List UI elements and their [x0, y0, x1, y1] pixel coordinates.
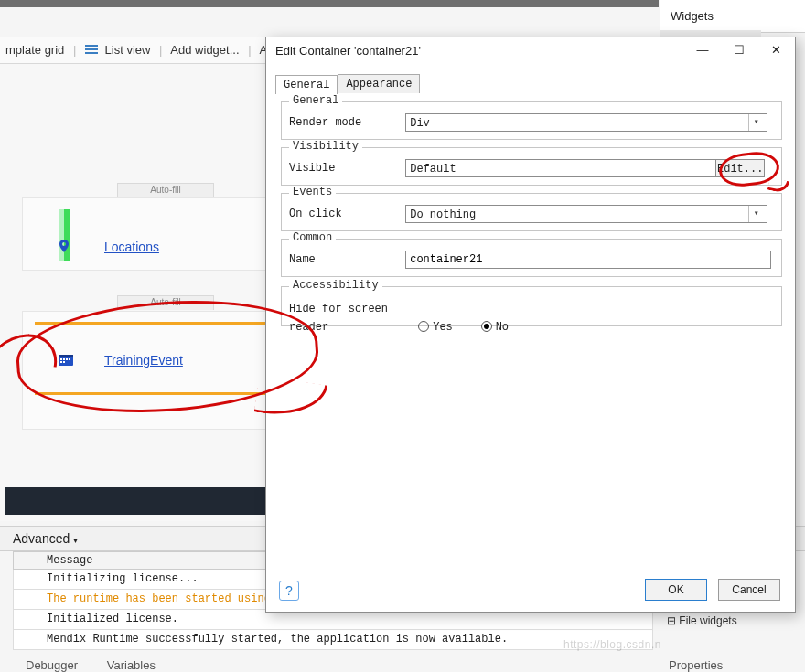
group-common: Common Name [281, 239, 782, 277]
tab-widgets[interactable]: Widgets [660, 0, 724, 30]
chevron-down-icon: ▾ [748, 206, 763, 222]
onclick-select[interactable]: Do nothing▾ [405, 205, 767, 223]
card-accent-inner [64, 209, 70, 261]
svg-rect-3 [66, 358, 68, 360]
group-general: General Render mode Div▾ [281, 101, 782, 140]
toolbar-sep: | [159, 43, 162, 57]
side-bottom-tabs: Properties Toolbox [669, 658, 805, 672]
svg-rect-4 [69, 358, 70, 360]
visible-field[interactable]: Default [405, 159, 716, 177]
hide-no-radio[interactable] [481, 321, 492, 332]
cancel-button[interactable]: Cancel [718, 579, 780, 601]
tab-properties[interactable]: Properties [669, 658, 723, 672]
group-legend: General [289, 94, 342, 107]
onclick-label: On click [289, 205, 399, 223]
render-mode-value: Div [410, 117, 430, 130]
locations-link[interactable]: Locations [104, 240, 159, 254]
group-legend: Common [289, 231, 336, 244]
group-accessibility: Accessibility Hide for screen reader Yes… [281, 286, 782, 326]
visible-label: Visible [289, 159, 399, 177]
watermark-text: https://blog.csdn.n [564, 638, 661, 651]
calendar-icon [59, 353, 73, 366]
edit-container-dialog: Edit Container 'container21' — ☐ ✕ Gener… [265, 37, 796, 613]
dialog-help-button[interactable]: ? [279, 581, 299, 601]
group-legend: Events [289, 186, 336, 198]
message-row[interactable]: Initialized license. [13, 610, 653, 630]
toolbar-list-view[interactable]: List view [105, 43, 151, 57]
ok-button[interactable]: OK [645, 579, 707, 601]
autofill-tab: Auto-fill [117, 295, 214, 310]
name-label: Name [289, 251, 399, 269]
list-view-icon [85, 45, 98, 56]
svg-rect-6 [63, 361, 65, 363]
prop-group[interactable]: ⊟ File widgets [667, 614, 804, 627]
visible-edit-button[interactable]: Edit... [715, 159, 765, 177]
chevron-down-icon: ▾ [73, 535, 78, 545]
window-maximize-button[interactable]: ☐ [724, 41, 755, 61]
toolbar-sep: | [73, 43, 76, 57]
hide-no-label: No [496, 321, 509, 334]
hide-yes-radio[interactable] [418, 321, 429, 332]
toolbar-template-grid[interactable]: mplate grid [5, 43, 64, 57]
app-top-rail [0, 0, 659, 7]
hide-yes-label: Yes [433, 321, 453, 334]
prop-group-label: File widgets [679, 614, 736, 627]
svg-rect-7 [59, 355, 73, 357]
tab-debugger[interactable]: Debugger [26, 658, 78, 672]
message-row[interactable]: Mendix Runtime successfully started, the… [13, 630, 653, 650]
window-close-button[interactable]: ✕ [760, 41, 791, 61]
svg-rect-5 [60, 361, 62, 363]
render-mode-select[interactable]: Div▾ [405, 113, 767, 132]
toolbar-add-widget[interactable]: Add widget... [170, 43, 239, 57]
map-pin-icon [59, 240, 71, 252]
dialog-tab-general[interactable]: General [275, 75, 338, 94]
advanced-title: Advanced [13, 531, 70, 546]
onclick-value: Do nothing [410, 208, 476, 221]
dialog-tab-appearance[interactable]: Appearance [338, 74, 420, 93]
name-input[interactable] [405, 251, 771, 269]
window-minimize-button[interactable]: — [687, 41, 718, 61]
toolbar-sep: | [248, 43, 251, 57]
chevron-down-icon: ▾ [748, 114, 763, 131]
side-properties-tree: ⊟ File widgets [667, 614, 804, 627]
svg-rect-1 [60, 358, 62, 360]
group-legend: Visibility [289, 140, 362, 153]
trainingevent-link[interactable]: TrainingEvent [104, 353, 183, 368]
group-visibility: Visibility Visible DefaultEdit... [281, 147, 782, 186]
side-tabstrip: Widgets Building blocks [660, 0, 805, 33]
hide-screenreader-label: Hide for screen reader [289, 300, 410, 336]
bottom-tabs: Debugger Variables [26, 658, 181, 672]
group-events: Events On click Do nothing▾ [281, 193, 782, 231]
autofill-tab: Auto-fill [117, 183, 214, 197]
group-legend: Accessibility [289, 279, 382, 292]
render-mode-label: Render mode [289, 113, 399, 132]
svg-rect-2 [63, 358, 65, 360]
tab-variables[interactable]: Variables [107, 658, 156, 672]
